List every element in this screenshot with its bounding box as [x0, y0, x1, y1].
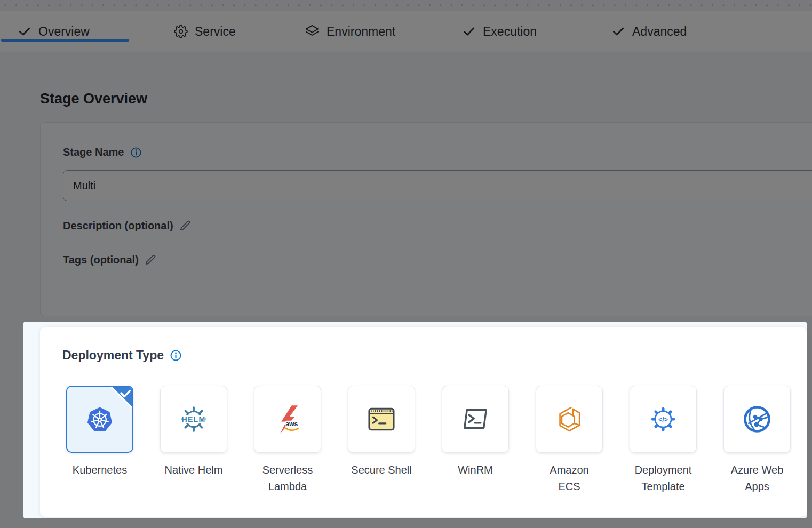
tags-label: Tags (optional)	[63, 254, 139, 266]
description-label: Description (optional)	[63, 220, 173, 232]
native-helm-card[interactable]: HELM	[160, 386, 227, 453]
deployment-type-spotlight: Deployment Type	[23, 322, 807, 518]
deployment-option-native-helm: HELM Native Helm	[147, 386, 241, 478]
card-label: Native Helm	[147, 462, 241, 478]
deployment-option-deployment-template: </> Deployment Template	[616, 386, 710, 495]
secure-shell-card[interactable]	[348, 386, 415, 453]
winrm-icon	[461, 405, 490, 434]
info-icon[interactable]	[170, 349, 182, 362]
deployment-type-title-row: Deployment Type	[62, 348, 182, 363]
deployment-option-amazon-ecs: Amazon ECS	[522, 386, 616, 495]
page-title: Stage Overview	[40, 91, 147, 107]
check-icon	[462, 25, 476, 38]
tab-label: Overview	[38, 25, 90, 39]
check-icon	[611, 25, 625, 38]
kubernetes-card[interactable]	[66, 386, 133, 453]
tab-label: Advanced	[632, 25, 687, 39]
stage-overview-panel: Stage Name Description (optional) Tags (…	[40, 122, 812, 316]
tags-field-row: Tags (optional)	[63, 254, 157, 266]
svg-text:aws: aws	[285, 420, 298, 428]
secure-shell-icon	[367, 405, 396, 434]
deployment-option-secure-shell: Secure Shell	[335, 386, 428, 478]
azure-web-apps-card[interactable]	[723, 386, 791, 453]
amazon-ecs-card[interactable]	[536, 386, 603, 453]
card-label: Serverless Lambda	[241, 462, 335, 495]
check-icon	[18, 25, 31, 38]
helm-icon: HELM	[179, 405, 208, 434]
tab-environment[interactable]: Environment	[305, 11, 395, 52]
stage-tab-bar: Overview Service Environment Execution A…	[0, 11, 812, 53]
card-label: Secure Shell	[335, 462, 428, 478]
selected-check-icon	[107, 387, 132, 412]
serverless-lambda-card[interactable]: aws	[254, 386, 321, 453]
serverless-lambda-icon: aws	[273, 404, 302, 434]
card-label: Deployment Template	[616, 462, 710, 495]
stage-name-field-row: Stage Name	[63, 146, 142, 158]
svg-text:HELM: HELM	[181, 415, 205, 423]
edit-pencil-icon[interactable]	[145, 254, 157, 266]
tab-label: Environment	[327, 25, 395, 39]
deployment-template-card[interactable]: </>	[630, 386, 697, 453]
tab-advanced[interactable]: Advanced	[611, 11, 687, 52]
deployment-type-title: Deployment Type	[62, 348, 164, 363]
pipeline-canvas-dots	[0, 0, 812, 11]
amazon-ecs-icon	[555, 405, 584, 434]
winrm-card[interactable]	[442, 386, 509, 453]
layers-icon	[305, 24, 320, 39]
stage-name-input[interactable]	[63, 170, 812, 201]
stage-name-label: Stage Name	[63, 146, 124, 158]
info-icon[interactable]	[130, 147, 142, 158]
card-label: Amazon ECS	[522, 462, 616, 495]
edit-pencil-icon[interactable]	[179, 220, 192, 232]
card-label: Azure Web Apps	[710, 462, 804, 495]
pipeline-stage-config-screen: Overview Service Environment Execution A…	[0, 0, 812, 528]
description-field-row: Description (optional)	[63, 220, 192, 232]
deployment-option-kubernetes: Kubernetes	[53, 386, 147, 478]
active-tab-indicator	[1, 39, 129, 42]
deployment-option-serverless-lambda: aws Serverless Lambda	[241, 386, 335, 495]
deployment-type-panel: Deployment Type	[40, 327, 807, 517]
gear-icon	[174, 25, 188, 38]
tab-label: Execution	[483, 25, 537, 39]
card-label: WinRM	[428, 462, 522, 478]
tab-label: Service	[195, 25, 236, 39]
tab-overview[interactable]: Overview	[18, 11, 90, 52]
deployment-option-winrm: WinRM	[428, 386, 522, 478]
tab-service[interactable]: Service	[174, 11, 236, 52]
card-label: Kubernetes	[53, 462, 147, 478]
deployment-option-azure-web-apps: Azure Web Apps	[710, 386, 804, 495]
svg-text:</>: </>	[658, 416, 668, 423]
deployment-template-icon: </>	[649, 405, 678, 434]
azure-web-apps-icon	[743, 405, 771, 434]
tab-execution[interactable]: Execution	[462, 11, 537, 52]
